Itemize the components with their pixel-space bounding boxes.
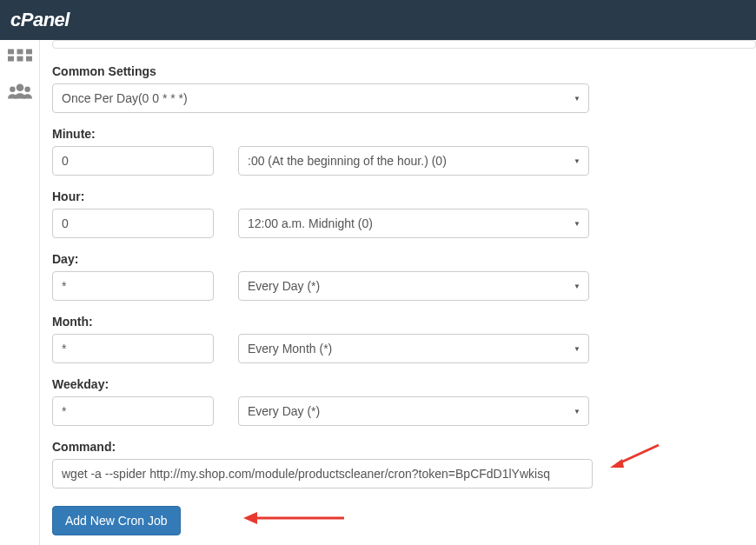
common-settings-select-wrap: Once Per Day(0 0 * * *) xyxy=(52,83,589,113)
weekday-input[interactable] xyxy=(52,396,214,426)
svg-rect-4 xyxy=(17,56,23,62)
main-content: Common Settings Once Per Day(0 0 * * *) … xyxy=(40,40,756,545)
users-icon[interactable] xyxy=(8,82,32,101)
add-cron-job-button[interactable]: Add New Cron Job xyxy=(52,506,181,535)
hour-select[interactable]: 12:00 a.m. Midnight (0) xyxy=(238,209,589,238)
month-input[interactable] xyxy=(52,334,214,363)
grid-icon[interactable] xyxy=(8,49,32,68)
hour-label: Hour: xyxy=(52,189,756,203)
svg-point-8 xyxy=(24,87,30,92)
header: cPanel xyxy=(0,0,756,40)
svg-point-6 xyxy=(16,83,23,91)
svg-rect-5 xyxy=(26,56,32,62)
command-label: Command: xyxy=(52,440,756,454)
svg-marker-12 xyxy=(243,512,257,524)
day-label: Day: xyxy=(52,252,756,266)
common-settings-label: Common Settings xyxy=(52,64,756,78)
svg-rect-2 xyxy=(26,50,32,55)
weekday-select[interactable]: Every Day (*) xyxy=(238,396,589,426)
minute-label: Minute: xyxy=(52,127,756,141)
day-select[interactable]: Every Day (*) xyxy=(238,271,589,301)
minute-input[interactable] xyxy=(52,146,214,176)
annotation-arrow-icon xyxy=(242,508,346,528)
hour-input[interactable] xyxy=(52,209,214,238)
day-input[interactable] xyxy=(52,271,214,301)
card-edge xyxy=(52,40,756,49)
svg-rect-1 xyxy=(17,50,23,55)
common-settings-select[interactable]: Once Per Day(0 0 * * *) xyxy=(52,83,589,113)
month-label: Month: xyxy=(52,315,756,329)
svg-rect-0 xyxy=(8,50,14,55)
svg-rect-3 xyxy=(8,56,14,62)
minute-select[interactable]: :00 (At the beginning of the hour.) (0) xyxy=(238,146,589,176)
weekday-label: Weekday: xyxy=(52,377,756,391)
command-input[interactable] xyxy=(52,459,593,489)
sidebar xyxy=(0,40,40,545)
logo: cPanel xyxy=(10,9,70,31)
month-select[interactable]: Every Month (*) xyxy=(238,334,589,363)
svg-point-7 xyxy=(10,87,15,92)
svg-marker-10 xyxy=(610,459,624,468)
